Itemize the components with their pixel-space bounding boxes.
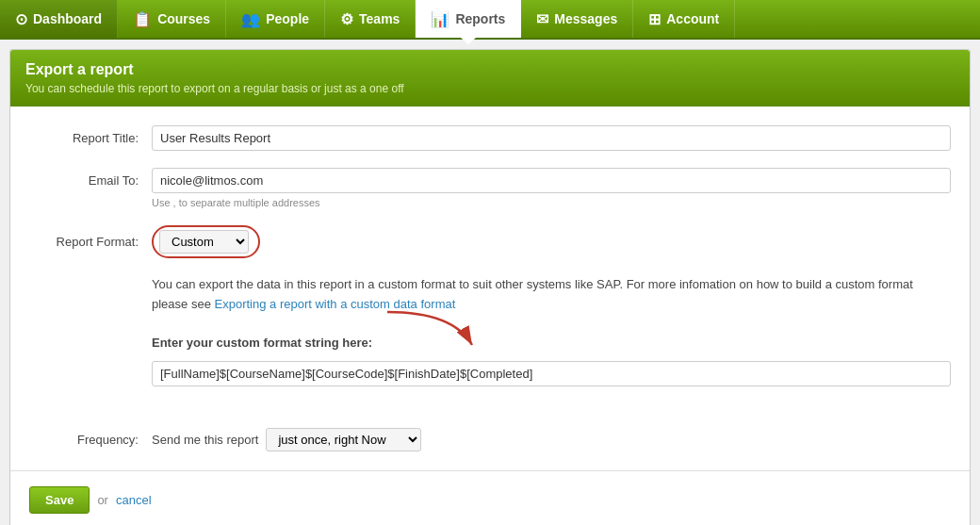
nav-account-label: Account bbox=[666, 11, 719, 26]
frequency-label: Frequency: bbox=[29, 433, 152, 447]
report-format-row: Report Format: Custom CSV Excel XML bbox=[29, 225, 951, 258]
nav-people-label: People bbox=[266, 11, 309, 26]
frequency-prefix: Send me this report bbox=[152, 433, 258, 447]
email-input[interactable] bbox=[152, 168, 951, 193]
report-title-input[interactable] bbox=[152, 125, 951, 151]
report-format-label-text: Report Format: bbox=[57, 235, 139, 249]
nav-dashboard-label: Dashboard bbox=[33, 11, 102, 26]
custom-format-section: Enter your custom format string here: bbox=[152, 334, 951, 386]
frequency-select[interactable]: just once, right Now Daily Weekly Monthl… bbox=[266, 428, 421, 451]
messages-icon: ✉ bbox=[536, 10, 548, 28]
account-icon: ⊞ bbox=[648, 10, 661, 28]
save-button[interactable]: Save bbox=[29, 486, 90, 514]
nav-reports-label: Reports bbox=[455, 11, 505, 26]
format-select[interactable]: Custom CSV Excel XML bbox=[159, 230, 249, 254]
navbar: ⊙ Dashboard 📋 Courses 👥 People ⚙ Teams 📊… bbox=[0, 0, 980, 40]
save-area: Save or cancel bbox=[10, 486, 970, 525]
or-text: or bbox=[97, 493, 108, 507]
info-box: You can export the data in this report i… bbox=[152, 275, 951, 386]
teams-icon: ⚙ bbox=[340, 10, 353, 28]
form-area: Report Title: Email To: Use , to separat… bbox=[10, 107, 970, 420]
main-panel: Export a report You can schedule this re… bbox=[9, 49, 971, 525]
frequency-row: Frequency: Send me this report just once… bbox=[10, 428, 970, 451]
people-icon: 👥 bbox=[241, 10, 260, 28]
info-link[interactable]: Exporting a report with a custom data fo… bbox=[215, 297, 456, 311]
nav-account[interactable]: ⊞ Account bbox=[633, 0, 735, 38]
format-highlight: Custom CSV Excel XML bbox=[152, 225, 260, 258]
nav-courses-label: Courses bbox=[157, 11, 210, 26]
report-title-label: Report Title: bbox=[29, 125, 152, 145]
nav-reports[interactable]: 📊 Reports bbox=[416, 0, 521, 38]
courses-icon: 📋 bbox=[133, 10, 152, 28]
custom-format-label: Enter your custom format string here: bbox=[152, 334, 951, 353]
custom-format-input[interactable] bbox=[152, 361, 951, 386]
report-title-row: Report Title: bbox=[29, 125, 951, 151]
cancel-link[interactable]: cancel bbox=[116, 493, 152, 507]
email-wrap: Use , to separate multiple addresses bbox=[152, 168, 951, 208]
nav-teams[interactable]: ⚙ Teams bbox=[325, 0, 416, 38]
email-hint: Use , to separate multiple addresses bbox=[152, 197, 951, 208]
email-label: Email To: bbox=[29, 168, 152, 188]
nav-people[interactable]: 👥 People bbox=[226, 0, 325, 38]
nav-messages-label: Messages bbox=[554, 11, 617, 26]
dashboard-icon: ⊙ bbox=[15, 10, 27, 28]
info-text: You can export the data in this report i… bbox=[152, 275, 951, 315]
nav-messages[interactable]: ✉ Messages bbox=[521, 0, 633, 38]
page-title: Export a report bbox=[25, 61, 955, 78]
email-row: Email To: Use , to separate multiple add… bbox=[29, 168, 951, 208]
report-title-wrap bbox=[152, 125, 951, 151]
nav-courses[interactable]: 📋 Courses bbox=[118, 0, 226, 38]
page-subtitle: You can schedule this report to export o… bbox=[25, 82, 955, 95]
nav-teams-label: Teams bbox=[359, 11, 400, 26]
reports-icon: 📊 bbox=[431, 10, 449, 28]
export-header: Export a report You can schedule this re… bbox=[10, 50, 970, 107]
divider bbox=[10, 470, 970, 471]
nav-dashboard[interactable]: ⊙ Dashboard bbox=[0, 0, 118, 38]
